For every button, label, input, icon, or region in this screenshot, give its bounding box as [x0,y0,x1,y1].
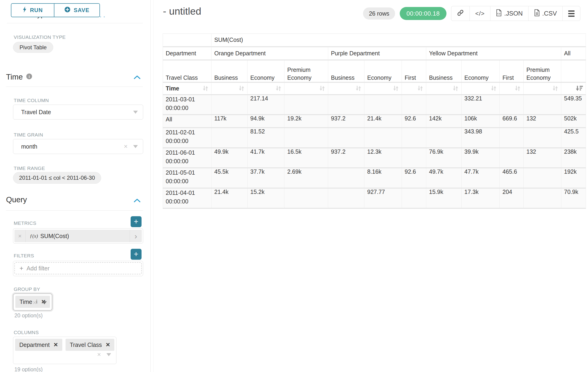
chart-title[interactable]: - untitled [163,6,201,17]
data-cell: 15.9k [426,188,462,208]
time-range-pill[interactable]: 2011-01-01 ≤ col < 2011-06-30 [13,172,101,184]
add-metric-button[interactable]: + [131,216,142,227]
data-cell: 49.9k [211,148,248,168]
data-cell [500,148,524,168]
data-cell: 2.69k [284,168,328,188]
export-csv-button[interactable]: .CSV [528,6,562,21]
data-cell [500,128,524,148]
column-sort-header[interactable] [402,82,426,95]
columns-tag-department[interactable]: Department ✕ [15,339,62,351]
data-cell: 142k [426,115,462,128]
collapse-query-section-icon[interactable] [134,198,141,203]
clear-icon[interactable]: × [124,143,128,150]
save-button[interactable]: SAVE [54,4,99,17]
remove-metric-icon[interactable]: × [14,230,26,242]
row-label: 2011-05-0100:00:00 [163,168,211,188]
lightning-icon [22,6,27,14]
data-cell: 238k [561,148,586,168]
fx-icon: ƒ(x) [30,233,38,239]
copy-link-button[interactable] [451,6,470,21]
remove-tag-icon[interactable]: ✕ [53,341,58,348]
column-sort-header[interactable] [364,82,402,95]
columns-label: COLUMNS [14,330,39,335]
column-header: Economy [364,60,402,82]
collapse-time-section-icon[interactable] [134,75,141,80]
column-sort-header[interactable] [500,82,524,95]
more-menu-button[interactable] [562,6,580,21]
corner-empty-cell [163,34,211,47]
column-sort-header[interactable] [211,82,248,95]
embed-code-button[interactable]: </> [470,6,490,21]
columns-select[interactable]: Department ✕ Travel Class ✕ × [13,337,116,364]
corner-department-cell: Department [163,47,211,60]
data-cell [524,168,561,188]
time-section-title: Time [6,73,23,81]
column-header: Business [328,60,364,82]
group-by-select[interactable]: Time i ✕ × [13,293,52,311]
remove-tag-icon[interactable]: ✕ [105,341,110,348]
caret-down-icon[interactable] [133,145,138,148]
column-sort-header[interactable] [561,82,586,95]
data-cell: 8.16k [364,168,402,188]
metric-pill[interactable]: × ƒ(x) SUM(Cost) › [14,230,142,242]
time-sort-header[interactable]: Time [163,82,211,95]
caret-down-icon[interactable] [42,301,47,304]
run-save-button-group: RUN SAVE [11,3,100,17]
time-grain-value: month [21,143,37,150]
data-cell: 49.7k [426,168,462,188]
add-filter-placeholder: Add filter [27,265,50,272]
sort-icon [417,85,424,92]
visualization-type-pill[interactable]: Pivot Table [13,42,53,53]
column-sort-header[interactable] [248,82,284,95]
add-filter-button[interactable]: + [131,249,142,260]
run-button[interactable]: RUN [11,4,54,17]
data-cell: 217.14 [248,95,284,115]
data-cell: 343.98 [462,128,500,148]
columns-tag-travel-class[interactable]: Travel Class ✕ [65,339,114,351]
time-grain-select[interactable]: month × [13,139,143,154]
time-column-select[interactable]: Travel Date [13,105,143,119]
column-header: Premium Economy [284,60,328,82]
group-header: Yellow Department [426,47,561,60]
hamburger-menu-icon [568,11,575,17]
export-json-button[interactable]: .JSON [490,6,528,21]
time-column-value: Travel Date [21,109,51,116]
column-sort-header[interactable] [462,82,500,95]
time-column-label: TIME COLUMN [14,98,49,103]
data-cell: 45.5k [211,168,248,188]
column-header: Economy [248,60,284,82]
column-sort-header[interactable] [328,82,364,95]
data-cell: 192k [561,168,586,188]
filters-label: FILTERS [14,253,34,258]
data-cell: 106k [462,115,500,128]
chevron-right-icon[interactable]: › [130,230,142,242]
add-filter-dropzone[interactable]: + Add filter [14,262,142,274]
row-label: All [163,115,211,128]
column-header: First [402,60,426,82]
time-grain-label: TIME GRAIN [14,132,43,138]
column-sort-header[interactable] [284,82,328,95]
caret-down-icon[interactable] [106,353,111,356]
data-cell: 669.6 [500,115,524,128]
column-sort-header[interactable] [426,82,462,95]
data-cell: 92.6 [402,168,426,188]
clear-icon[interactable]: × [33,299,36,306]
metric-name: SUM(Cost) [40,233,69,239]
data-cell: 92.6 [402,115,426,128]
sort-icon [202,85,209,92]
data-cell: 16.5k [284,148,328,168]
export-csv-label: .CSV [542,10,557,17]
filters-container: + Add filter [13,261,143,276]
data-cell: 17.3k [462,188,500,208]
column-sort-header[interactable] [524,82,561,95]
clear-icon[interactable]: × [97,351,101,358]
caret-down-icon[interactable] [133,111,138,114]
data-cell [211,95,248,115]
row-label: 2011-03-0100:00:00 [163,95,211,115]
control-panel: Chart Type RUN SAVE VISUALIZATION TYPE P… [0,0,151,372]
time-range-label: TIME RANGE [14,166,45,171]
query-section-header: Query [6,195,27,204]
data-cell: 37.7k [248,168,284,188]
data-cell [328,95,364,115]
json-file-icon [496,9,502,18]
